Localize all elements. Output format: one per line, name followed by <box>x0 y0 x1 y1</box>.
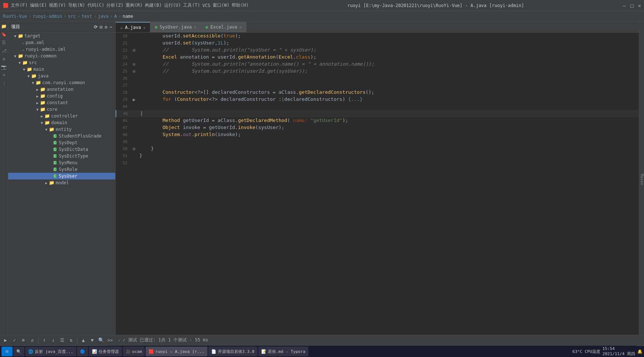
terminal-icon[interactable]: ⌨ <box>1 72 7 79</box>
camera-icon[interactable]: 📷 <box>1 64 7 70</box>
search-taskbar-btn[interactable]: 🔍 <box>13 347 24 356</box>
align-btn[interactable]: ☰ <box>58 336 66 344</box>
rerun-button[interactable]: ↺ <box>28 336 36 344</box>
sidebar-item-domain[interactable]: ▼ 📁 domain <box>8 119 115 126</box>
sidebar-item-ruoyi-admin-iml[interactable]: ☕ ruoyi-admin.iml <box>8 46 115 53</box>
sidebar-item-studentplusgrade[interactable]: C StudentPlusGrade <box>8 133 115 139</box>
more-icon[interactable]: ⋮ <box>1 80 7 87</box>
code-menu[interactable]: 代码(C) <box>87 2 104 9</box>
run-check-button[interactable]: ✓ <box>10 336 19 344</box>
expand-btn[interactable]: >> <box>106 336 114 344</box>
sidebar-item-sysdictdata[interactable]: C SysDictData <box>8 146 115 153</box>
sidebar-item-src[interactable]: ▼ 📁 src <box>8 59 115 66</box>
sidebar-item-sysdicttype[interactable]: C SysDictType <box>8 153 115 159</box>
sync-icon[interactable]: ⟳ <box>94 24 97 30</box>
code-line: 48 System.out.println(invoke); <box>116 131 639 138</box>
sidebar-item-pom-xml[interactable]: ☕ pom.xml <box>8 39 115 46</box>
breadcrumb-item[interactable]: A <box>114 14 117 19</box>
file-menu[interactable]: 文件(F) <box>11 2 28 9</box>
idea-btn[interactable]: 🟥 ruoyi – A.java [r... <box>146 347 207 356</box>
breadcrumb-item[interactable]: ruoyi-admin <box>33 14 62 19</box>
tree-arrow: ▼ <box>35 108 40 112</box>
vcs-menu[interactable]: VCS <box>202 3 210 8</box>
bookmark-icon[interactable]: 🔖 <box>1 31 7 38</box>
tree-item-label: SysDept <box>59 140 77 145</box>
tab-sysuser-java[interactable]: ● SysUser.java ✕ <box>150 22 201 32</box>
tree-arrow: ▶ <box>35 94 40 98</box>
close-button[interactable]: ✕ <box>638 3 641 9</box>
view-menu[interactable]: 视图(V) <box>49 2 66 9</box>
folder-icon: 📁 <box>36 80 41 85</box>
tree-arrow: ▶ <box>35 87 40 92</box>
tab-a-java[interactable]: ☕ A.java ✕ <box>116 22 150 32</box>
taskmanager-btn[interactable]: 📊 任务管理器 <box>89 347 122 356</box>
breadcrumb-item[interactable]: src <box>68 14 76 19</box>
sidebar-item-ruoyi-common[interactable]: ▼ 📁 ruoyi-common <box>8 53 115 59</box>
sidebar-item-com-ruoyi-common[interactable]: ▼ 📁 com.ruoyi.common <box>8 79 115 86</box>
sidebar-item-sysrole[interactable]: C SysRole <box>8 166 115 173</box>
settings-icon[interactable]: ⚙ <box>105 24 107 30</box>
help-menu[interactable]: 帮助(H) <box>232 2 249 9</box>
code-line: 50 ⊙ } <box>116 145 639 152</box>
sidebar-item-entity[interactable]: ▼ 📁 entity <box>8 126 115 133</box>
analyze-menu[interactable]: 分析(Z) <box>106 2 123 9</box>
hide-icon[interactable]: − <box>110 24 112 30</box>
project-icon[interactable]: 📁 <box>1 23 7 30</box>
search-btn[interactable]: 🔍 <box>97 336 105 344</box>
sort-asc-btn[interactable]: ↑ <box>40 336 49 344</box>
ocam-btn[interactable]: 🎥 ocam <box>123 347 145 356</box>
code-editor[interactable]: 20 userId.setAccessible(true); 21 userId… <box>116 33 639 335</box>
filter-btn[interactable]: ⇅ <box>67 336 75 344</box>
git-icon[interactable]: ⎇ <box>1 47 7 54</box>
edit-menu[interactable]: 编辑(E) <box>30 2 47 9</box>
ruoyi-btn[interactable]: 📄 开源项目若依3.3.0 <box>208 347 258 356</box>
tools-menu[interactable]: 工具(T) <box>183 2 200 9</box>
sort-desc-btn[interactable]: ↓ <box>49 336 57 344</box>
minimize-button[interactable]: — <box>623 3 626 9</box>
sidebar-item-config[interactable]: ▶ 📁 config <box>8 93 115 99</box>
notification-icon[interactable]: 🔔 <box>637 349 643 354</box>
structure-icon[interactable]: ☰ <box>1 39 7 46</box>
sidebar-item-controller[interactable]: ▶ 📁 controller <box>8 113 115 119</box>
sidebar-item-constant[interactable]: ▶ 📁 constant <box>8 99 115 106</box>
sidebar-item-core[interactable]: ▼ 📁 core <box>8 106 115 113</box>
tab-excel-java[interactable]: ● Excel.java ✕ <box>201 22 247 32</box>
build-menu[interactable]: 构建(B) <box>145 2 162 9</box>
tab-close-icon[interactable]: ✕ <box>143 26 146 30</box>
up-btn[interactable]: ▲ <box>79 336 87 344</box>
window-menu[interactable]: 窗口(W) <box>213 2 230 9</box>
collapse-icon[interactable]: ⊟ <box>100 24 102 30</box>
run-menu[interactable]: 运行(U) <box>164 2 181 9</box>
code-line-active: 45 | <box>116 110 639 117</box>
sidebar-item-java[interactable]: ▼ 📁 java <box>8 73 115 79</box>
baidu-btn[interactable]: 🌐 反射 java_百度... <box>25 347 76 356</box>
sidebar-item-model[interactable]: ▶ 📁 model <box>8 179 115 186</box>
tab-close-icon[interactable]: ✕ <box>239 25 242 29</box>
down-btn[interactable]: ▼ <box>88 336 96 344</box>
sidebar-item-sysmenu[interactable]: C SysMenu <box>8 159 115 166</box>
breadcrumb-item[interactable]: RuoYi-Vue <box>3 14 27 19</box>
nav-menu[interactable]: 导航(N) <box>68 2 85 9</box>
typora-btn[interactable]: 📝 若依.md - Typora <box>258 347 308 356</box>
refactor-menu[interactable]: 重构(R) <box>126 2 143 9</box>
tab-close-icon[interactable]: ✕ <box>194 25 196 29</box>
run-button[interactable]: ▶ <box>1 336 10 344</box>
sidebar-item-main[interactable]: ▼ 📁 main <box>8 66 115 73</box>
settings-icon[interactable]: ⚙ <box>1 56 7 62</box>
breadcrumb-item-current[interactable]: name <box>123 14 133 19</box>
stop-button[interactable]: ⊗ <box>19 336 27 344</box>
tab-icon: ☕ <box>120 25 123 30</box>
sidebar-item-sysuser[interactable]: C SysUser <box>8 173 115 179</box>
class-icon: C <box>53 174 57 178</box>
edge-btn[interactable]: 🔵 <box>77 347 88 356</box>
sidebar-item-target[interactable]: ▼ 📁 target <box>8 33 115 39</box>
maven-panel[interactable]: Maven <box>639 22 644 335</box>
start-button[interactable]: ⊞ <box>1 347 13 356</box>
breadcrumb-item[interactable]: test <box>82 14 92 19</box>
sidebar-item-sysdept[interactable]: C SysDept <box>8 139 115 146</box>
sidebar-item-annotation[interactable]: ▶ 📁 annotation <box>8 86 115 93</box>
breadcrumb-item[interactable]: java <box>98 14 109 19</box>
maximize-button[interactable]: □ <box>630 3 633 9</box>
left-vertical-toolbar: 📁 🔖 ☰ ⎇ ⚙ 📷 ⌨ ⋮ <box>0 22 8 335</box>
test-pass-icon: ✓ <box>118 338 120 343</box>
